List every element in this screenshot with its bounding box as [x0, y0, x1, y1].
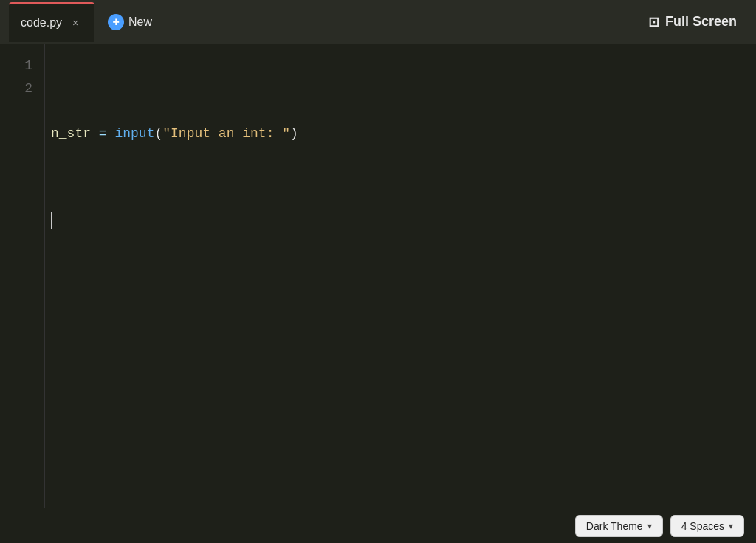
token-function: input: [114, 122, 154, 145]
spaces-button[interactable]: 4 Spaces ▾: [670, 515, 744, 537]
tab-bar-left: code.py × + New: [9, 2, 162, 42]
line-numbers: 1 2: [0, 44, 44, 508]
tab-active[interactable]: code.py ×: [9, 2, 94, 42]
code-line-1: n_str = input("Input an int: "): [51, 122, 756, 145]
code-line-2: [51, 212, 756, 229]
tab-bar: code.py × + New ⊡ Full Screen: [0, 0, 756, 44]
editor-area: 1 2 n_str = input("Input an int: "): [0, 44, 756, 508]
new-tab-button[interactable]: + New: [97, 8, 162, 36]
close-icon: ×: [72, 17, 78, 29]
line-number-2: 2: [0, 77, 32, 100]
code-editor[interactable]: n_str = input("Input an int: "): [44, 44, 756, 508]
fullscreen-label: Full Screen: [665, 14, 737, 30]
dark-theme-button[interactable]: Dark Theme ▾: [575, 515, 663, 537]
tab-filename: code.py: [21, 16, 62, 30]
spaces-label: 4 Spaces: [681, 520, 724, 532]
status-bar: Dark Theme ▾ 4 Spaces ▾: [0, 508, 756, 543]
spaces-chevron-icon: ▾: [729, 521, 733, 531]
token-paren-close: ): [290, 122, 298, 145]
tab-close-button[interactable]: ×: [68, 15, 83, 30]
dark-theme-chevron-icon: ▾: [647, 521, 652, 531]
token-variable: n_str: [51, 122, 91, 145]
fullscreen-icon: ⊡: [648, 14, 659, 30]
dark-theme-label: Dark Theme: [586, 520, 643, 532]
new-tab-label: New: [128, 15, 152, 29]
new-tab-plus-icon: +: [108, 14, 124, 30]
line-number-1: 1: [0, 55, 32, 77]
token-operator: =: [91, 122, 114, 145]
text-cursor: [51, 212, 52, 229]
token-paren-open: (: [154, 122, 162, 145]
token-string: "Input an int: ": [162, 122, 290, 145]
fullscreen-button[interactable]: ⊡ Full Screen: [638, 8, 747, 36]
